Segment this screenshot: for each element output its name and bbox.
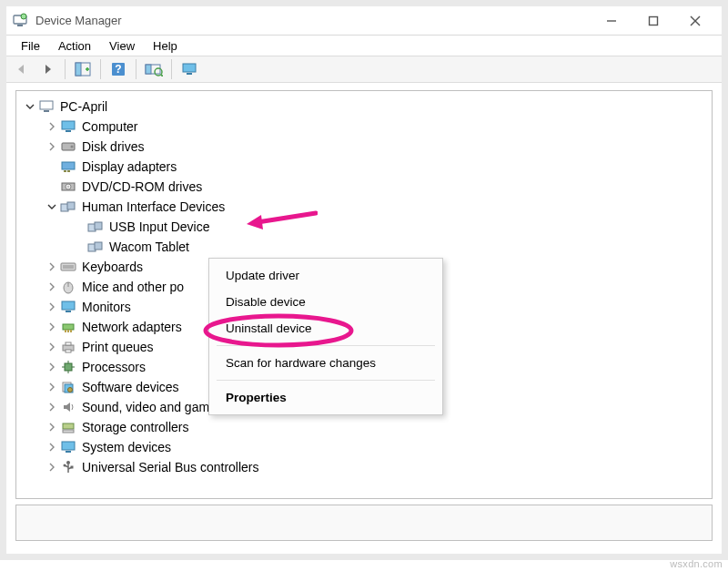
svg-rect-4 — [650, 16, 658, 25]
svg-rect-60 — [66, 451, 71, 453]
svg-rect-41 — [66, 311, 71, 312]
menu-action[interactable]: Action — [49, 37, 100, 55]
chevron-right-icon[interactable] — [46, 381, 58, 393]
help-button[interactable]: ? — [106, 58, 130, 80]
ctx-disable-device[interactable]: Disable device — [211, 289, 440, 315]
node-label: USB Input Device — [109, 217, 210, 237]
node-label: Storage controllers — [82, 417, 189, 437]
hid-icon — [87, 219, 104, 234]
svg-rect-64 — [71, 466, 74, 469]
svg-rect-24 — [64, 170, 66, 172]
svg-rect-59 — [62, 442, 75, 450]
context-menu-separator — [217, 380, 435, 381]
svg-point-13 — [155, 68, 162, 76]
monitor-button[interactable] — [177, 58, 201, 80]
forward-button[interactable] — [35, 58, 59, 80]
svg-rect-58 — [63, 430, 74, 433]
node-label: Print queues — [82, 337, 154, 357]
svg-rect-16 — [187, 73, 192, 75]
svg-point-63 — [64, 464, 66, 467]
svg-rect-30 — [67, 202, 75, 209]
svg-point-22 — [71, 146, 74, 148]
node-label: Processors — [82, 357, 146, 377]
tree-node-hid[interactable]: Human Interface Devices — [20, 197, 708, 217]
menubar: File Action View Help — [6, 36, 722, 56]
node-label: Display adapters — [82, 157, 177, 177]
chevron-right-icon[interactable] — [46, 280, 58, 293]
scan-hardware-button[interactable] — [142, 58, 166, 80]
node-label: Universal Serial Bus controllers — [82, 457, 259, 477]
chevron-right-icon[interactable] — [46, 441, 58, 454]
ctx-update-driver[interactable]: Update driver — [211, 262, 440, 289]
toolbar-separator — [171, 59, 172, 79]
chevron-right-icon[interactable] — [46, 120, 58, 133]
ctx-scan-hardware[interactable]: Scan for hardware changes — [211, 350, 440, 376]
node-label: Keyboards — [82, 257, 143, 277]
node-label: Disk drives — [82, 137, 144, 157]
svg-rect-8 — [76, 63, 81, 76]
toolbar-separator — [65, 59, 66, 79]
chevron-right-icon[interactable] — [46, 461, 58, 474]
svg-rect-1 — [17, 25, 23, 26]
node-label: DVD/CD-ROM drives — [82, 177, 202, 197]
svg-rect-40 — [62, 301, 75, 310]
svg-rect-17 — [40, 101, 53, 109]
svg-rect-19 — [62, 121, 75, 129]
chevron-right-icon[interactable] — [46, 361, 58, 373]
ctx-uninstall-device[interactable]: Uninstall device — [211, 315, 440, 342]
chevron-right-icon[interactable] — [46, 421, 58, 433]
computer-icon — [38, 99, 55, 114]
node-label: Computer — [82, 117, 137, 137]
chevron-down-icon[interactable] — [46, 200, 58, 213]
svg-rect-47 — [66, 342, 71, 345]
toolbar-separator — [100, 59, 101, 79]
svg-point-28 — [67, 186, 69, 188]
network-icon — [60, 320, 76, 334]
tree-node-system-devices[interactable]: System devices — [20, 437, 708, 457]
keyboard-icon — [60, 260, 76, 274]
tree-node-hid-wacom[interactable]: Wacom Tablet — [20, 237, 708, 257]
context-menu: Update driver Disable device Uninstall d… — [208, 258, 443, 415]
svg-rect-20 — [66, 130, 71, 132]
tree-node-disk-drives[interactable]: Disk drives — [20, 137, 708, 157]
chevron-right-icon[interactable] — [46, 341, 58, 353]
tree-node-hid-usb[interactable]: USB Input Device — [20, 217, 708, 237]
svg-rect-42 — [63, 324, 74, 330]
chevron-down-icon[interactable] — [24, 100, 36, 113]
tree-root[interactable]: PC-April — [20, 97, 708, 117]
svg-rect-48 — [66, 350, 71, 352]
chevron-right-icon[interactable] — [46, 401, 58, 413]
device-manager-icon — [12, 13, 28, 29]
chevron-right-icon[interactable] — [46, 140, 58, 153]
tree-node-dvd[interactable]: DVD/CD-ROM drives — [20, 177, 708, 197]
tree-node-usb[interactable]: Universal Serial Bus controllers — [20, 457, 708, 477]
gpu-icon — [60, 159, 76, 174]
menu-file[interactable]: File — [12, 37, 49, 55]
chevron-right-icon[interactable] — [46, 321, 58, 333]
svg-rect-23 — [62, 162, 75, 169]
minimize-button[interactable] — [591, 8, 632, 34]
tree-node-storage[interactable]: Storage controllers — [20, 417, 708, 437]
svg-text:?: ? — [115, 63, 121, 76]
storage-icon — [60, 420, 76, 434]
show-hide-tree-button[interactable] — [71, 58, 95, 80]
svg-rect-43 — [65, 330, 66, 332]
system-icon — [60, 440, 76, 454]
chevron-right-icon[interactable] — [46, 260, 58, 273]
monitor-icon — [60, 300, 76, 314]
tree-node-computer[interactable]: Computer — [20, 117, 708, 137]
menu-help[interactable]: Help — [144, 37, 187, 55]
svg-rect-18 — [44, 110, 49, 112]
tree-node-display-adapters[interactable]: Display adapters — [20, 157, 708, 177]
chevron-right-icon[interactable] — [46, 301, 58, 313]
menu-view[interactable]: View — [100, 37, 144, 55]
maximize-button[interactable] — [632, 8, 674, 34]
ctx-properties[interactable]: Properties — [211, 384, 440, 411]
usb-icon — [60, 460, 76, 474]
svg-rect-25 — [67, 170, 70, 172]
svg-rect-45 — [70, 330, 72, 332]
svg-rect-57 — [63, 423, 74, 429]
close-button[interactable] — [674, 8, 716, 34]
context-menu-separator — [217, 345, 435, 346]
back-button[interactable] — [10, 58, 34, 80]
